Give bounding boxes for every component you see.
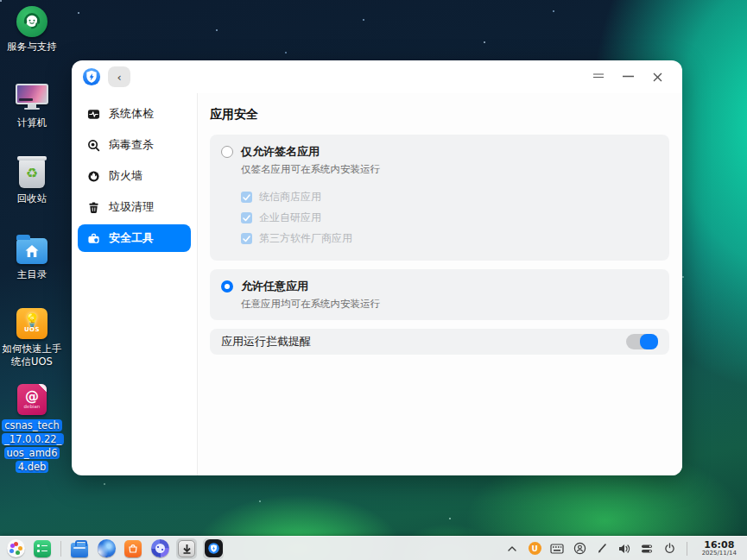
screenshot-pen-icon[interactable] xyxy=(595,541,610,556)
control-center-icon[interactable] xyxy=(149,538,170,559)
wallpaper-stars xyxy=(0,0,2,2)
system-tray: U 16:08 2025/11/14 xyxy=(505,540,742,557)
desktop-icon-computer[interactable]: 计算机 xyxy=(0,81,64,129)
toggle-knob xyxy=(640,334,658,349)
any-apps-radio-row[interactable]: 允许任意应用 xyxy=(221,279,658,294)
sidebar-item-firewall[interactable]: 防火墙 xyxy=(78,162,191,190)
dock-device-icon[interactable] xyxy=(640,541,655,556)
security-center-dock-icon[interactable] xyxy=(203,538,224,559)
page-title: 应用安全 xyxy=(210,107,669,123)
desktop-icon-label-selected: csnas_tech_17.0.0.22_uos_amd64.deb xyxy=(2,418,62,474)
sub-option-label: 统信商店应用 xyxy=(259,190,321,204)
intercept-reminder-label: 应用运行拦截提醒 xyxy=(221,334,311,349)
titlebar[interactable]: ‹ xyxy=(72,60,682,93)
tray-expand-icon[interactable] xyxy=(505,541,520,556)
security-center-window: ‹ 系统体检 病毒查杀 xyxy=(72,60,682,475)
desktop-icon-label: 主目录 xyxy=(17,268,47,281)
clock-date: 2025/11/14 xyxy=(702,551,737,557)
network-icon[interactable] xyxy=(573,541,587,556)
signed-apps-sub-options: 统信商店应用 企业自研应用 第三方软件厂商应用 xyxy=(241,190,658,246)
signed-apps-radio[interactable] xyxy=(221,146,233,158)
desktop-icon-home[interactable]: 主目录 xyxy=(0,233,64,281)
desktop-icon-uos-guide[interactable]: 💡UOS 如何快速上手统信UOS xyxy=(0,307,64,368)
intercept-reminder-card: 应用运行拦截提醒 xyxy=(210,329,669,355)
sidebar-item-security-tools[interactable]: 安全工具 xyxy=(78,224,191,252)
sidebar-item-label: 垃圾清理 xyxy=(109,199,154,215)
deb-package-icon: @debian xyxy=(17,384,47,415)
service-support-icon xyxy=(16,6,47,37)
sub-option-label: 企业自研应用 xyxy=(259,211,321,225)
signed-apps-radio-row[interactable]: 仅允许签名应用 xyxy=(221,144,658,160)
firewall-icon xyxy=(86,169,100,183)
security-center-app-icon xyxy=(82,67,101,86)
sidebar-item-label: 防火墙 xyxy=(109,168,142,184)
uos-guide-icon: 💡UOS xyxy=(16,308,47,339)
input-method-icon[interactable] xyxy=(550,541,565,556)
checkbox-checked-icon[interactable] xyxy=(241,192,252,203)
sidebar-item-virus-scan[interactable]: 病毒查杀 xyxy=(78,131,191,159)
security-tools-icon xyxy=(86,231,100,245)
taskbar-clock[interactable]: 16:08 2025/11/14 xyxy=(697,540,742,557)
sub-option-row[interactable]: 企业自研应用 xyxy=(241,211,658,225)
launcher-icon[interactable] xyxy=(5,538,26,559)
checkbox-checked-icon[interactable] xyxy=(241,233,252,244)
desktop-icon-label: 回收站 xyxy=(17,192,47,205)
sidebar-item-label: 安全工具 xyxy=(109,230,154,246)
any-apps-radio-selected[interactable] xyxy=(221,280,233,293)
sidebar-item-junk-clean[interactable]: 垃圾清理 xyxy=(78,193,191,221)
sidebar: 系统体检 病毒查杀 防火墙 垃圾清理 xyxy=(72,93,198,475)
clock-time: 16:08 xyxy=(702,540,737,551)
signed-apps-option-card: 仅允许签名应用 仅签名应用可在系统内安装运行 统信商店应用 企业自研应用 第三方… xyxy=(210,135,669,261)
window-menu-button[interactable] xyxy=(584,66,613,87)
file-manager-icon[interactable] xyxy=(69,538,90,559)
app-security-panel: 应用安全 仅允许签名应用 仅签名应用可在系统内安装运行 统信商店应用 企业自研应… xyxy=(198,93,682,475)
minimize-button[interactable] xyxy=(613,66,643,87)
sub-option-row[interactable]: 第三方软件厂商应用 xyxy=(241,231,658,246)
any-apps-description: 任意应用均可在系统内安装运行 xyxy=(241,298,658,311)
desktop-icon-label: 计算机 xyxy=(17,116,47,129)
intercept-reminder-toggle[interactable] xyxy=(626,334,658,349)
recycle-bin-icon: ♻ xyxy=(19,159,45,188)
signed-apps-description: 仅签名应用可在系统内安装运行 xyxy=(241,163,658,176)
desktop-icon-label: 如何快速上手统信UOS xyxy=(1,343,63,368)
system-checkup-icon xyxy=(86,107,100,121)
sidebar-item-label: 病毒查杀 xyxy=(109,137,154,153)
desktop-icon-deb-package[interactable]: @debian csnas_tech_17.0.0.22_uos_amd64.d… xyxy=(0,383,64,474)
back-button[interactable]: ‹ xyxy=(108,66,130,87)
home-folder-icon xyxy=(16,238,47,264)
app-store-icon[interactable] xyxy=(123,538,143,559)
tray-separator xyxy=(687,542,687,556)
uos-update-icon[interactable]: U xyxy=(528,541,542,556)
junk-clean-icon xyxy=(86,200,100,214)
checkbox-checked-icon[interactable] xyxy=(241,212,252,223)
close-button[interactable] xyxy=(643,66,672,87)
desktop-icon-recycle-bin[interactable]: ♻ 回收站 xyxy=(0,157,64,205)
sub-option-label: 第三方软件厂商应用 xyxy=(259,231,352,246)
any-apps-option-card: 允许任意应用 任意应用均可在系统内安装运行 xyxy=(210,269,669,320)
any-apps-label: 允许任意应用 xyxy=(241,279,308,294)
sidebar-item-system-checkup[interactable]: 系统体检 xyxy=(78,100,191,128)
taskbar-app-icons xyxy=(5,538,224,559)
sub-option-row[interactable]: 统信商店应用 xyxy=(241,190,658,204)
sidebar-item-label: 系统体检 xyxy=(109,106,154,122)
browser-icon[interactable] xyxy=(96,538,117,559)
power-icon[interactable] xyxy=(662,541,677,556)
computer-icon xyxy=(16,84,48,111)
package-installer-icon[interactable] xyxy=(176,538,197,559)
virus-scan-icon xyxy=(86,138,100,152)
signed-apps-label: 仅允许签名应用 xyxy=(241,144,320,160)
desktop-icon-label: 服务与支持 xyxy=(7,41,57,53)
desktop-icon-service-support[interactable]: 服务与支持 xyxy=(0,5,64,53)
taskbar: U 16:08 2025/11/14 xyxy=(0,536,747,560)
multitasking-view-icon[interactable] xyxy=(32,538,53,559)
volume-icon[interactable] xyxy=(617,541,632,556)
taskbar-separator xyxy=(60,541,61,557)
